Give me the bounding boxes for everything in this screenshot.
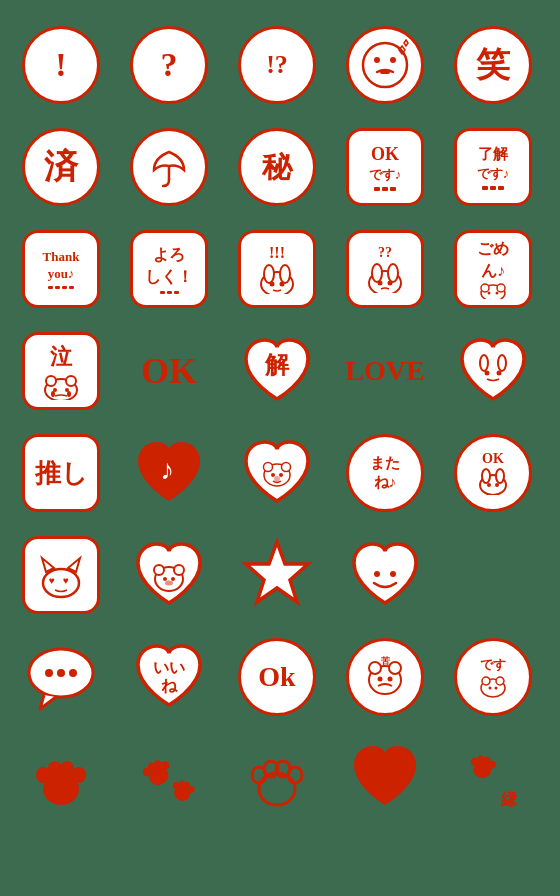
thank-you-item: Thank you♪ (16, 224, 106, 314)
svg-text:ね: ね (161, 677, 178, 694)
bunny-heart-item (448, 326, 538, 416)
svg-point-0 (363, 43, 407, 87)
svg-point-62 (57, 669, 65, 677)
ok-plain-item: OK (124, 326, 214, 416)
svg-marker-5 (404, 40, 408, 46)
umbrella-circle (130, 128, 208, 206)
svg-point-61 (45, 669, 53, 677)
svg-point-23 (46, 376, 56, 386)
svg-point-18 (481, 284, 489, 292)
ok-desu-rect: OK です♪ (346, 128, 424, 206)
matane-circle: また ね♪ (346, 434, 424, 512)
svg-point-2 (390, 57, 396, 63)
svg-point-53 (174, 565, 184, 575)
question-circle: ? (130, 26, 208, 104)
bear-sorry-item: 苦 (340, 632, 430, 722)
done-circle: 済 (22, 128, 100, 206)
svg-point-79 (48, 761, 62, 777)
bunny-question-item: ?? (340, 224, 430, 314)
music-heart-item: ♪ (124, 428, 214, 518)
speech-bubble-dots-item (16, 632, 106, 722)
empty-item-1 (448, 530, 538, 620)
bunny-question-rect: ?? (346, 230, 424, 308)
ok-plain: OK (130, 332, 208, 410)
svg-point-56 (165, 581, 173, 586)
music-heart: ♪ (130, 437, 208, 509)
love-plain: LOVE (346, 332, 424, 410)
svg-point-8 (264, 265, 274, 283)
svg-point-27 (51, 391, 55, 397)
naki-bear-rect: 泣 (22, 332, 100, 410)
svg-point-43 (496, 469, 504, 483)
oshi-rect: 推し (22, 434, 100, 512)
svg-point-73 (482, 677, 490, 685)
svg-point-96 (288, 767, 302, 783)
exclaim-question-circle: !? (238, 26, 316, 104)
exclamation-circle: ! (22, 26, 100, 104)
svg-point-69 (378, 677, 383, 682)
svg-marker-47 (42, 558, 54, 572)
heart-plain (346, 741, 424, 817)
svg-text:苦: 苦 (381, 656, 391, 666)
svg-point-20 (488, 292, 491, 295)
desu-circle-item: です (448, 632, 538, 722)
bunny-exclaim-item: !!! (232, 224, 322, 314)
svg-point-45 (495, 483, 499, 487)
svg-point-28 (67, 391, 71, 397)
svg-point-58 (374, 571, 380, 577)
heart-plain-item (340, 734, 430, 824)
paw-filled-large-item (16, 734, 106, 824)
paw-outline (238, 740, 316, 818)
gomen-rect: ごめ ん♪ (454, 230, 532, 308)
svg-point-13 (372, 264, 382, 282)
bunny-heart (454, 335, 532, 407)
svg-point-16 (388, 281, 393, 286)
svg-point-39 (279, 473, 283, 477)
smile-heart (346, 539, 424, 611)
svg-text:♪: ♪ (160, 454, 174, 485)
svg-point-42 (482, 469, 490, 483)
naki-bear-item: 泣 (16, 326, 106, 416)
svg-point-81 (72, 767, 86, 783)
svg-point-36 (264, 463, 273, 472)
svg-point-19 (497, 284, 505, 292)
svg-point-37 (282, 463, 291, 472)
svg-text:いい: いい (153, 659, 185, 676)
yoroshiku-item: よろ しく！ (124, 224, 214, 314)
svg-marker-57 (246, 542, 308, 602)
wakatta-heart: 解 (238, 335, 316, 407)
love-cat-rect: ♥ ♥ (22, 536, 100, 614)
done-item: 済 (16, 122, 106, 212)
kizuna-item: 縁 (448, 734, 538, 824)
laugh-circle: 笑 (454, 26, 532, 104)
smile-heart-item (340, 530, 430, 620)
star-shape (238, 536, 316, 614)
svg-text:縁: 縁 (500, 791, 518, 808)
svg-point-63 (69, 669, 77, 677)
bear-heart-item (232, 428, 322, 518)
svg-point-74 (496, 677, 504, 685)
svg-point-55 (171, 577, 175, 581)
svg-point-68 (389, 662, 401, 674)
svg-point-59 (390, 571, 396, 577)
svg-marker-48 (68, 558, 80, 572)
svg-point-10 (270, 282, 275, 287)
desu-circle: です (454, 638, 532, 716)
svg-point-30 (480, 355, 488, 371)
svg-point-80 (60, 761, 74, 777)
secret-item: 秘 (232, 122, 322, 212)
secret-face-circle (346, 26, 424, 104)
ryoukai-item: 了解 です♪ (448, 122, 538, 212)
yoroshiku-rect: よろ しく！ (130, 230, 208, 308)
question-item: ? (124, 20, 214, 110)
iine-heart-item: いい ね (124, 632, 214, 722)
bunny-exclaim-rect: !!! (238, 230, 316, 308)
svg-point-11 (280, 282, 285, 287)
love-cat-item: ♥ ♥ (16, 530, 106, 620)
exclaim-question-item: !? (232, 20, 322, 110)
svg-point-21 (496, 292, 499, 295)
svg-point-32 (485, 371, 490, 376)
bear-heart (238, 437, 316, 509)
exclamation-item: ! (16, 20, 106, 110)
svg-point-9 (280, 265, 290, 283)
